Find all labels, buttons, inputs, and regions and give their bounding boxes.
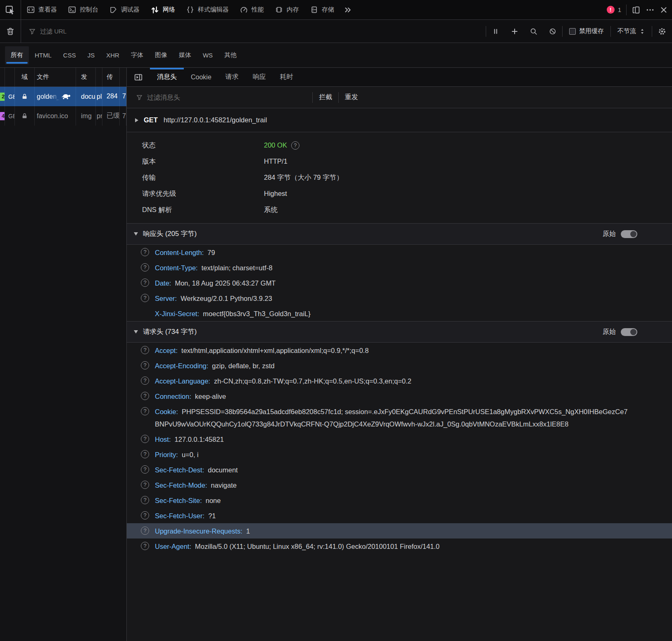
header-row[interactable]: ? Accept-Languagezh-CN,zh;q=0.8,zh-TW;q=… bbox=[127, 373, 672, 388]
filter-tab-ws[interactable]: WS bbox=[197, 46, 218, 64]
raw-toggle[interactable] bbox=[621, 230, 637, 238]
close-icon[interactable] bbox=[660, 6, 668, 14]
help-icon[interactable]: ? bbox=[141, 376, 149, 385]
menu-icon[interactable] bbox=[646, 5, 655, 14]
help-icon[interactable]: ? bbox=[291, 141, 299, 150]
split-pane-icon bbox=[134, 73, 143, 82]
resend-button[interactable]: 重发 bbox=[339, 93, 364, 102]
column-label: 文件 bbox=[37, 73, 49, 81]
header-row[interactable]: ? Accept-Encodinggzip, deflate, br, zstd bbox=[127, 358, 672, 373]
help-icon[interactable]: ? bbox=[141, 465, 149, 474]
filter-tab-css[interactable]: CSS bbox=[57, 46, 82, 64]
tab-memory[interactable]: 内存 bbox=[269, 0, 304, 19]
header-row[interactable]: ? Sec-Fetch-Destdocument bbox=[127, 462, 672, 477]
header-row[interactable]: ? Connectionkeep-alive bbox=[127, 388, 672, 404]
header-row[interactable]: ? Content-Length79 bbox=[127, 245, 672, 260]
header-row[interactable]: ? Host127.0.0.1:45821 bbox=[127, 431, 672, 447]
header-row[interactable]: ? X-Jinxi-Secretmoectf{0bs3rv3_Th3_Gold3… bbox=[127, 306, 672, 321]
help-icon[interactable]: ? bbox=[141, 481, 149, 489]
summary-label: DNS 解析 bbox=[142, 205, 264, 214]
block-button[interactable]: 拦截 bbox=[313, 93, 338, 102]
header-row[interactable]: ? Priorityu=0, i bbox=[127, 447, 672, 462]
help-icon[interactable]: ? bbox=[141, 294, 149, 302]
header-row[interactable]: ? Accepttext/html,application/xhtml+xml,… bbox=[127, 343, 672, 358]
tab-inspector[interactable]: 查看器 bbox=[21, 0, 62, 19]
split-pane-toggle-button[interactable] bbox=[127, 68, 150, 86]
header-row[interactable]: ? ServerWerkzeug/2.0.1 Python/3.9.23 bbox=[127, 291, 672, 306]
clear-requests-button[interactable] bbox=[0, 20, 21, 43]
details-tab-headers[interactable]: 消息头 bbox=[150, 68, 184, 86]
column-type[interactable] bbox=[96, 68, 102, 86]
pause-recording-icon[interactable] bbox=[486, 20, 505, 43]
header-row-highlighted[interactable]: ? Upgrade-Insecure-Requests1 bbox=[127, 523, 672, 539]
help-icon[interactable]: ? bbox=[141, 542, 149, 550]
filter-tab-all[interactable]: 所有 bbox=[5, 46, 29, 64]
error-count-icon[interactable]: ! bbox=[607, 6, 615, 14]
header-row[interactable]: ? Sec-Fetch-User?1 bbox=[127, 508, 672, 523]
request-list-header[interactable]: 域 文件 发 传 bbox=[0, 68, 126, 87]
more-tools-button[interactable] bbox=[340, 6, 356, 14]
column-file[interactable]: 文件 bbox=[35, 68, 76, 86]
request-headers-section-header[interactable]: 请求头 (734 字节) 原始 bbox=[127, 321, 672, 343]
new-request-icon[interactable] bbox=[505, 20, 524, 43]
column-status[interactable] bbox=[0, 68, 5, 86]
filter-tab-other[interactable]: 其他 bbox=[218, 46, 242, 64]
column-initiator[interactable]: 发 bbox=[76, 68, 96, 86]
column-domain[interactable]: 域 bbox=[15, 68, 35, 86]
header-value: moectf{0bs3rv3_Th3_Gold3n_traiL} bbox=[203, 310, 311, 317]
filter-tab-media[interactable]: 媒体 bbox=[173, 46, 197, 64]
error-count[interactable]: 1 bbox=[618, 6, 621, 13]
help-icon[interactable]: ? bbox=[141, 392, 149, 400]
filter-tab-js[interactable]: JS bbox=[82, 46, 101, 64]
details-tab-request[interactable]: 请求 bbox=[218, 68, 246, 86]
tab-network[interactable]: 网络 bbox=[145, 0, 180, 19]
details-tab-timings[interactable]: 耗时 bbox=[273, 68, 300, 86]
header-row[interactable]: ? DateMon, 18 Aug 2025 06:43:27 GMT bbox=[127, 275, 672, 291]
disable-cache-checkbox[interactable]: 禁用缓存 bbox=[563, 27, 610, 35]
tab-debugger[interactable]: 调试器 bbox=[104, 0, 145, 19]
responsive-design-mode-icon[interactable] bbox=[632, 5, 641, 14]
header-row-cookie[interactable]: ? CookiePHPSESSID=38b9564a29a15adcdf6eb8… bbox=[127, 404, 672, 431]
request-row-favicon[interactable]: 404 GET favicon.ico img png 已缓存 7 bbox=[0, 106, 126, 126]
details-tab-response[interactable]: 响应 bbox=[246, 68, 273, 86]
column-method[interactable] bbox=[5, 68, 15, 86]
filter-headers-input[interactable] bbox=[147, 94, 312, 101]
help-icon[interactable]: ? bbox=[141, 435, 149, 443]
help-icon[interactable]: ? bbox=[141, 248, 149, 256]
filter-tab-html[interactable]: HTML bbox=[29, 46, 57, 64]
tab-console[interactable]: 控制台 bbox=[62, 0, 104, 19]
column-transferred[interactable]: 传 bbox=[102, 68, 120, 86]
help-icon[interactable]: ? bbox=[141, 279, 149, 287]
tab-performance[interactable]: 性能 bbox=[234, 0, 269, 19]
help-icon[interactable]: ? bbox=[141, 346, 149, 354]
throttling-dropdown[interactable]: 不节流 bbox=[611, 27, 652, 35]
header-row[interactable]: ? Content-Typetext/plain; charset=utf-8 bbox=[127, 260, 672, 275]
column-size[interactable] bbox=[120, 68, 126, 86]
help-icon[interactable]: ? bbox=[141, 450, 149, 458]
tab-storage[interactable]: 存储 bbox=[304, 0, 340, 19]
header-row[interactable]: ? Sec-Fetch-Modenavigate bbox=[127, 477, 672, 493]
filter-tab-images[interactable]: 图像 bbox=[149, 46, 173, 64]
help-icon[interactable]: ? bbox=[141, 361, 149, 369]
pick-element-button[interactable] bbox=[0, 0, 21, 19]
tab-style-editor[interactable]: 样式编辑器 bbox=[180, 0, 234, 19]
help-icon[interactable]: ? bbox=[141, 407, 149, 415]
help-icon[interactable]: ? bbox=[141, 263, 149, 272]
filter-url-input[interactable] bbox=[40, 28, 214, 35]
help-icon[interactable]: ? bbox=[141, 511, 149, 519]
request-url-row[interactable]: GET http://127.0.0.1:45821/golden_trail bbox=[127, 108, 672, 132]
response-headers-section-header[interactable]: 响应头 (205 字节) 原始 bbox=[127, 223, 672, 245]
header-row[interactable]: ? User-AgentMozilla/5.0 (X11; Ubuntu; Li… bbox=[127, 539, 672, 554]
filter-tab-fonts[interactable]: 字体 bbox=[125, 46, 149, 64]
gear-icon[interactable] bbox=[652, 20, 672, 43]
header-row[interactable]: ? Sec-Fetch-Sitenone bbox=[127, 493, 672, 508]
raw-toggle[interactable] bbox=[621, 328, 637, 336]
search-icon[interactable] bbox=[524, 20, 543, 43]
details-tab-cookie[interactable]: Cookie bbox=[184, 68, 218, 86]
help-icon[interactable]: ? bbox=[141, 496, 149, 504]
header-name: Upgrade-Insecure-Requests bbox=[155, 527, 242, 535]
filter-tab-xhr[interactable]: XHR bbox=[100, 46, 125, 64]
help-icon[interactable]: ? bbox=[141, 527, 149, 535]
request-row-golden-trail[interactable]: 200 GET golden_trail document plain 284 … bbox=[0, 87, 126, 106]
block-request-icon[interactable] bbox=[543, 20, 562, 43]
